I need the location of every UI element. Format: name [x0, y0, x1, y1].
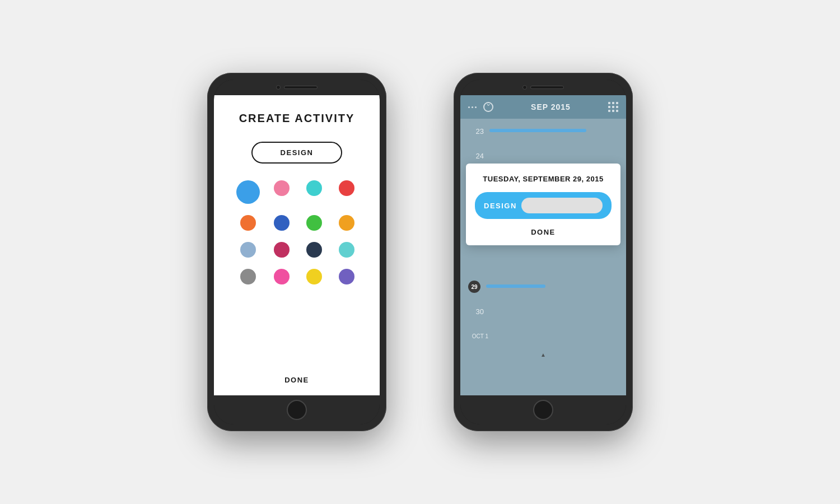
activity-entry[interactable]: DESIGN [475, 192, 612, 219]
activity-bar-23 [489, 129, 586, 132]
color-light-blue[interactable] [240, 242, 256, 258]
color-blue-large[interactable] [236, 180, 260, 204]
color-orange[interactable] [240, 215, 256, 231]
bar-container-23 [489, 129, 618, 133]
create-activity-screen: CREATE ACTIVITY DESIGN [214, 95, 380, 395]
activity-bar-inner: DESIGN [484, 198, 603, 213]
page-title: CREATE ACTIVITY [239, 112, 355, 125]
speaker-2 [530, 86, 564, 89]
modal-done-button[interactable]: DONE [475, 228, 612, 236]
camera-dot [276, 85, 281, 90]
activity-duration-bar [521, 198, 603, 213]
color-dark-navy[interactable] [306, 242, 322, 258]
calendar-row-30: 30 [460, 299, 626, 324]
clock-icon[interactable] [483, 102, 493, 112]
activity-name-label: DESIGN [484, 202, 517, 210]
home-button[interactable] [287, 400, 307, 420]
color-green[interactable] [306, 215, 322, 231]
color-crimson[interactable] [274, 242, 290, 258]
phone-2-bottom [460, 395, 626, 424]
phone-1: CREATE ACTIVITY DESIGN [207, 73, 386, 431]
day-detail-modal: TUESDAY, SEPTEMBER 29, 2015 DESIGN DONE [466, 164, 620, 245]
calendar-screen: SEP 2015 23 [460, 95, 626, 395]
phone-1-topbar [214, 80, 380, 95]
bar-container-30 [489, 309, 618, 314]
day-23: 23 [468, 127, 484, 136]
phone-2-screen: SEP 2015 23 [460, 95, 626, 395]
phone-1-screen: CREATE ACTIVITY DESIGN [214, 95, 380, 395]
scroll-up-arrow[interactable]: ▲ [460, 348, 626, 361]
calendar-row-oct1: OCT 1 [460, 324, 626, 348]
done-button[interactable]: DONE [284, 376, 309, 384]
color-yellow[interactable] [306, 269, 322, 284]
modal-date-label: TUESDAY, SEPTEMBER 29, 2015 [475, 175, 612, 183]
color-purple[interactable] [339, 269, 354, 284]
calendar-row-29: 29 [460, 274, 626, 299]
color-gray[interactable] [240, 269, 256, 284]
phone-2-topbar [460, 80, 626, 95]
calendar-row-23: 23 [460, 119, 626, 143]
color-navy[interactable] [274, 215, 290, 231]
color-hot-pink[interactable] [274, 269, 290, 284]
home-button-2[interactable] [533, 400, 553, 420]
color-pink[interactable] [274, 180, 290, 196]
day-oct1: OCT 1 [468, 333, 488, 339]
day-badge-29: 29 [468, 281, 480, 293]
phone-1-bottom [214, 395, 380, 424]
day-badge-num-29: 29 [471, 284, 477, 290]
speaker [284, 86, 318, 89]
day-30: 30 [468, 307, 484, 316]
bar-container-29 [486, 284, 618, 289]
day-24: 24 [468, 152, 484, 160]
grid-view-icon[interactable] [608, 102, 618, 112]
calendar-month-title: SEP 2015 [493, 102, 608, 111]
color-cyan[interactable] [306, 180, 322, 196]
calendar-header: SEP 2015 [460, 95, 626, 119]
activity-bar-29 [486, 284, 545, 288]
calendar-body: 23 24 TUESDAY, SEPTEMBER 29, 2015 [460, 119, 626, 395]
color-amber[interactable] [339, 215, 354, 231]
color-red[interactable] [339, 180, 354, 196]
bar-container-24 [489, 153, 618, 158]
bar-container-oct1 [494, 334, 618, 338]
color-picker-grid [225, 180, 368, 284]
design-button[interactable]: DESIGN [251, 142, 343, 164]
phone-2: SEP 2015 23 [454, 73, 633, 431]
camera-dot-2 [522, 85, 527, 90]
cal-header-left [468, 102, 493, 112]
menu-icon[interactable] [468, 106, 477, 108]
color-light-cyan[interactable] [339, 242, 354, 258]
